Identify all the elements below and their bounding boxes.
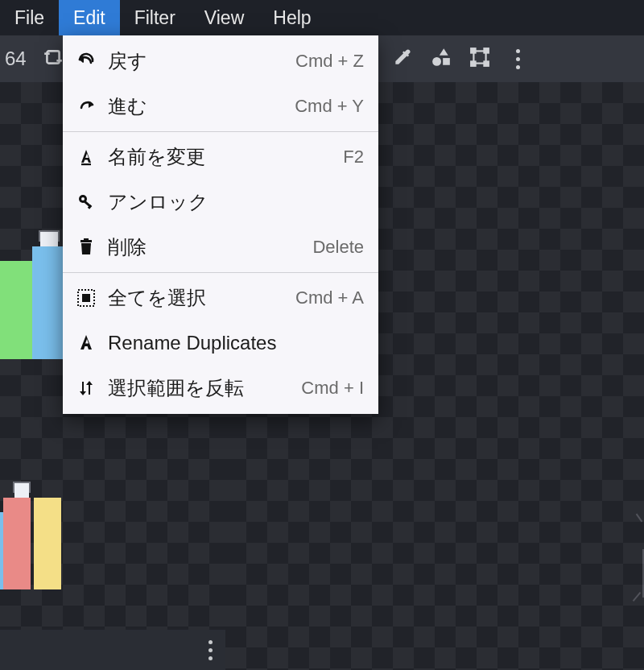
menu-item-shortcut: Cmd + Z [295, 51, 364, 72]
svg-rect-11 [81, 163, 91, 165]
svg-rect-7 [471, 48, 475, 52]
svg-rect-8 [484, 48, 488, 52]
menu-help[interactable]: Help [258, 0, 325, 35]
svg-marker-3 [440, 48, 448, 56]
sprite-thumb-part[interactable] [34, 498, 61, 589]
menu-item-shortcut: Cmd + A [295, 287, 364, 308]
sprite-thumb-part[interactable] [0, 261, 32, 359]
rename-bold-icon [74, 333, 98, 353]
menu-item-delete[interactable]: 削除 Delete [63, 225, 378, 270]
svg-rect-9 [471, 61, 475, 65]
undo-icon [74, 52, 98, 71]
swap-vertical-icon [74, 378, 98, 398]
sprite-thumb-part[interactable] [32, 246, 66, 359]
menu-item-unlock[interactable]: アンロック [63, 180, 378, 225]
menu-item-label: アンロック [108, 189, 364, 215]
view-gizmo[interactable] [626, 501, 644, 614]
menu-item-redo[interactable]: 進む Cmd + Y [63, 84, 378, 129]
menu-item-label: 選択範囲を反転 [108, 375, 301, 401]
trash-icon [74, 238, 98, 257]
menu-item-shortcut: F2 [343, 147, 364, 168]
crop-icon [43, 47, 64, 71]
shapes-tool-button[interactable] [423, 41, 460, 77]
svg-point-13 [81, 197, 85, 201]
menu-edit[interactable]: Edit [59, 0, 120, 35]
menu-item-rename[interactable]: 名前を変更 F2 [63, 134, 378, 180]
transform-tool-button[interactable] [461, 41, 498, 77]
menu-filter[interactable]: Filter [120, 0, 190, 35]
bounding-box-icon [469, 47, 490, 71]
rename-icon [74, 147, 98, 167]
menu-item-undo[interactable]: 戻す Cmd + Z [63, 39, 378, 84]
svg-point-4 [432, 57, 441, 66]
shapes-icon [431, 47, 452, 71]
eyedropper-icon [392, 47, 413, 71]
edit-menu-dropdown: 戻す Cmd + Z 進む Cmd + Y 名前を変更 F2 [63, 35, 378, 414]
toolbar-more-button[interactable] [500, 41, 537, 77]
svg-rect-17 [84, 238, 89, 241]
sprite-thumb-part[interactable] [14, 483, 29, 498]
more-vertical-icon [516, 49, 520, 69]
svg-rect-18 [82, 294, 90, 302]
menu-item-shortcut: Cmd + Y [295, 96, 364, 117]
select-all-icon [74, 288, 98, 308]
menu-item-label: 削除 [108, 234, 312, 260]
menu-item-label: 戻す [108, 48, 295, 74]
menu-item-select-all[interactable]: 全てを選択 Cmd + A [63, 275, 378, 321]
menu-item-shortcut: Delete [312, 237, 364, 258]
menu-view[interactable]: View [190, 0, 258, 35]
menubar: File Edit Filter View Help [0, 0, 644, 35]
toolbar-size-value[interactable]: 64 [5, 48, 33, 70]
menu-item-label: Rename Duplicates [108, 332, 364, 354]
menu-item-invert-selection[interactable]: 選択範囲を反転 Cmd + I [63, 366, 378, 411]
sprite-panel-footer [0, 630, 225, 670]
sprite-thumb-part[interactable] [3, 498, 31, 589]
menu-file[interactable]: File [0, 0, 59, 35]
menu-item-shortcut: Cmd + I [301, 378, 364, 399]
more-vertical-icon [208, 640, 213, 660]
menu-separator [63, 272, 378, 273]
menu-item-rename-duplicates[interactable]: Rename Duplicates [63, 321, 378, 366]
redo-icon [74, 97, 98, 116]
sprite-panel-more-button[interactable] [208, 640, 213, 660]
menu-item-label: 名前を変更 [108, 144, 343, 170]
svg-rect-5 [443, 58, 450, 65]
svg-rect-10 [484, 61, 488, 65]
menu-item-label: 全てを選択 [108, 285, 295, 311]
menu-separator [63, 131, 378, 132]
eyedropper-tool-button[interactable] [384, 41, 421, 77]
key-icon [74, 192, 98, 212]
menu-item-label: 進む [108, 93, 295, 119]
